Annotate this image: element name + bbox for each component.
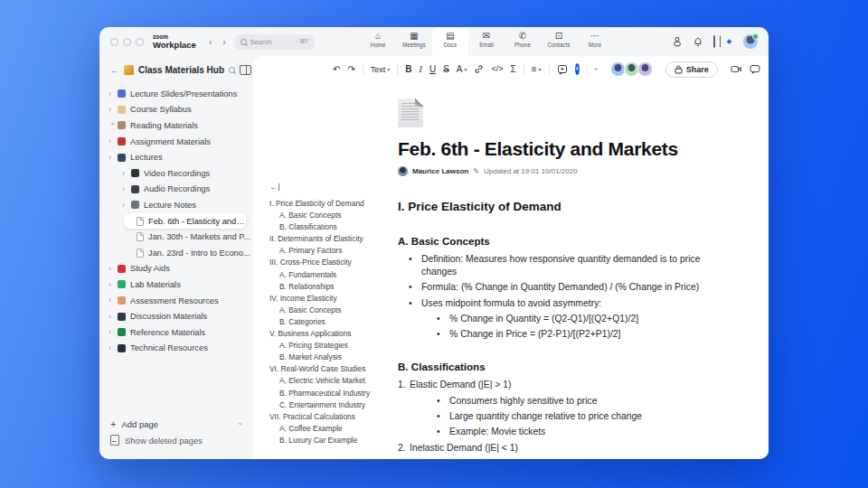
search-input[interactable]: Search ⌘F [235,34,315,50]
sidebar-toggle-icon[interactable] [713,37,715,47]
outline-item[interactable]: A. Basic Concepts [269,210,382,221]
sidebar-panel-icon[interactable] [240,65,251,75]
chevron-right-icon[interactable]: › [108,90,117,99]
outline-item[interactable]: C. Entertainment Industry [269,399,382,411]
outline-item[interactable]: B. Luxury Car Example [269,435,382,446]
tab-meetings[interactable]: ▦ Meetings [396,27,432,56]
add-page-chevron-icon[interactable]: › [237,423,246,426]
minimize-window-button[interactable] [123,38,131,46]
nav-back-button[interactable]: ‹ [209,37,212,47]
history-icon[interactable] [672,36,683,47]
content-block[interactable]: • Uses midpoint formula to avoid asymmet… [398,297,716,310]
undo-icon[interactable]: ↶ [333,65,340,74]
outline-item[interactable]: V. Business Applications [269,328,382,340]
chevron-right-icon[interactable]: › [108,106,117,114]
maximize-window-button[interactable] [136,38,144,46]
chevron-right-icon[interactable]: › [122,202,130,210]
notifications-bell-icon[interactable] [693,36,703,47]
collaborator-avatars[interactable] [612,61,653,77]
chevron-right-icon[interactable]: › [108,296,117,305]
user-avatar[interactable] [743,34,758,49]
window-controls[interactable] [110,38,144,46]
redo-icon[interactable]: ↷ [347,65,354,74]
sidebar-item[interactable]: › Technical Resources [99,341,253,357]
outline-item[interactable]: A. Coffee Example [269,423,382,435]
comments-icon[interactable] [750,64,760,74]
sidebar-item[interactable]: › Jan. 23rd - Intro to Econo... [99,245,253,261]
outline-item[interactable]: B. Relationships [269,281,382,293]
language-globe-icon[interactable] [768,64,769,75]
nav-forward-button[interactable]: › [222,37,225,47]
video-call-icon[interactable] [731,64,742,74]
show-deleted-pages-button[interactable]: Show deleted pages [110,432,242,448]
chevron-right-icon[interactable]: › [108,313,117,321]
outline-item[interactable]: A. Basic Concepts [269,305,382,316]
add-page-button[interactable]: + Add page › [110,416,242,432]
content-block[interactable]: • % Change in Price = (P2-P1)/[(P2+P1)/2… [398,328,716,341]
bold-button[interactable]: B [405,65,411,74]
tab-email[interactable]: ✉ Email [468,27,505,56]
sidebar-item[interactable]: › Assignment Materials [99,134,253,150]
italic-button[interactable]: I [420,65,422,74]
tab-contacts[interactable]: ⊡ Contacts [541,27,577,56]
sidebar-item[interactable]: › Video Recordings [99,165,253,182]
chevron-right-icon[interactable]: › [108,281,117,289]
content-block[interactable]: • Definition: Measures how responsive qu… [398,253,716,277]
chevron-right-icon[interactable]: › [108,122,117,130]
list-format-dropdown[interactable]: ≡▾ [532,65,542,74]
content-block[interactable]: • Formula: (% Change in Quantity Demande… [398,281,716,294]
equation-icon[interactable]: Σ [511,65,516,74]
outline-item[interactable]: II. Determinants of Elasticity [269,233,382,245]
content-block[interactable]: 2. Inelastic Demand (|E| < 1) [398,442,716,455]
collapse-outline-icon[interactable]: ← [269,183,279,191]
content-block[interactable]: • % Change in Quantity = (Q2-Q1)/[(Q2+Q1… [398,313,716,325]
outline-item[interactable]: B. Classifications [269,221,382,233]
sidebar-item[interactable]: › Audio Recordings [99,182,253,198]
document-icon[interactable] [398,99,423,127]
sidebar-item[interactable]: › Jan. 30th - Markets and P... [99,229,253,245]
outline-item[interactable]: IV. Income Elasticity [269,293,382,305]
font-color-button[interactable]: A▾ [457,65,467,74]
document-canvas[interactable]: ← I. Price Elasticity of DemandA. Basic … [253,82,769,459]
chevron-right-icon[interactable]: › [122,185,130,193]
content-block[interactable]: 1. Elastic Demand (|E| > 1) [398,379,716,391]
code-icon[interactable]: </> [491,65,503,73]
close-window-button[interactable] [110,38,118,46]
content-block[interactable]: B. Classifications [398,360,716,373]
chevron-right-icon[interactable]: › [108,137,117,145]
chevron-right-icon[interactable]: › [108,154,117,162]
strikethrough-button[interactable]: S [443,65,449,74]
sidebar-item[interactable]: › Feb. 6th - Elasticity and M... [124,213,246,230]
tab-phone[interactable]: ✆ Phone [505,27,541,56]
sidebar-item[interactable]: › Reference Materials [99,324,253,341]
outline-item[interactable]: A. Pricing Strategies [269,340,382,352]
outline-item[interactable]: B. Market Analysis [269,352,382,363]
underline-button[interactable]: U [429,65,436,74]
outline-item[interactable]: B. Pharmaceutical Industry [269,388,382,399]
content-block[interactable]: I. Price Elasticity of Demand [398,199,716,215]
outline-item[interactable]: I. Price Elasticity of Demand [269,198,382,210]
outline-item[interactable]: VI. Real-World Case Studies [269,363,382,375]
add-comment-icon[interactable] [557,64,568,75]
content-block[interactable]: • Consumers highly sensitive to price [398,395,716,408]
chevron-right-icon[interactable]: › [122,170,130,178]
outline-item[interactable]: A. Electric Vehicle Market [269,375,382,387]
content-block[interactable]: A. Basic Concepts [398,234,716,248]
sidebar-item[interactable]: › Lecture Slides/Presentations [99,86,253,102]
insert-button[interactable]: + [575,63,580,75]
sidebar-item[interactable]: › Lab Materials [99,277,253,293]
share-button[interactable]: Share [665,61,718,78]
content-block[interactable]: • Large quantity change relative to pric… [398,410,716,423]
text-style-dropdown[interactable]: Text▾ [371,65,391,74]
document-title[interactable]: Feb. 6th - Elasticity and Markets [398,138,716,160]
outline-item[interactable]: A. Primary Factors [269,245,382,257]
content-block[interactable]: • Example: Movie tickets [398,426,716,438]
sidebar-item[interactable]: › Study Aids [99,261,253,277]
sidebar-item[interactable]: › Lecture Notes [99,197,253,213]
sidebar-item[interactable]: › Assessment Resources [99,293,253,309]
outline-item[interactable]: B. Categories [269,316,382,328]
ai-companion-icon[interactable]: ✦ [725,36,733,48]
link-icon[interactable] [474,64,484,74]
sidebar-back-icon[interactable]: ← [110,65,119,75]
sidebar-item[interactable]: › Course Syllabus [99,102,253,118]
